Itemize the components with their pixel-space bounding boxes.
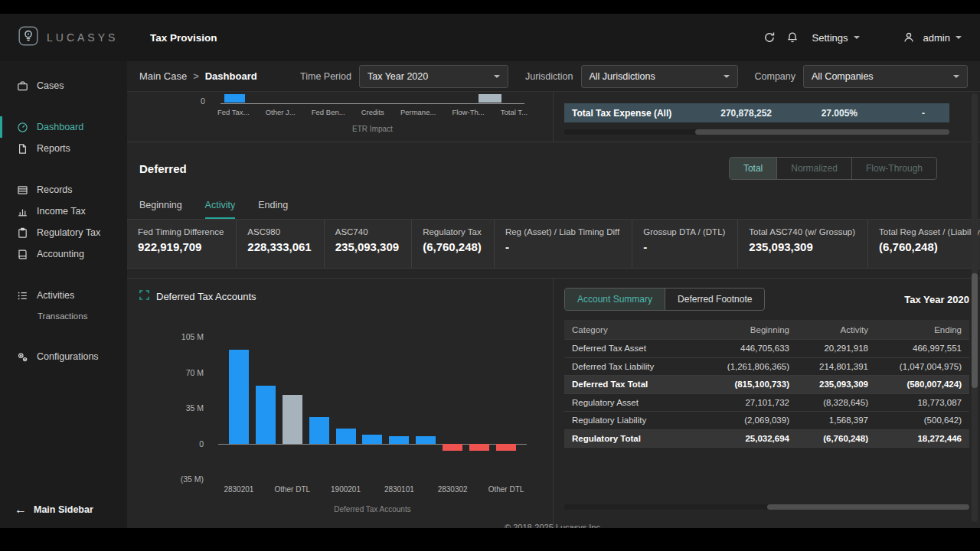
vertical-scrollbar[interactable] bbox=[972, 93, 978, 522]
toggle-account-summary[interactable]: Account Summary bbox=[565, 289, 665, 310]
chart-caption: Deferred Tax Accounts bbox=[222, 505, 523, 514]
etr-x-tick: Credits bbox=[361, 108, 384, 116]
copyright-footer: © 2018-2025 Lucasys Inc. bbox=[127, 523, 980, 528]
cell-value: 18,773,087 bbox=[868, 398, 962, 407]
chart-bar bbox=[416, 436, 436, 443]
scrollbar-thumb[interactable] bbox=[972, 273, 978, 388]
sidebar-item-regulatory-tax[interactable]: Regulatory Tax bbox=[0, 222, 127, 243]
cell-value: 1,568,397 bbox=[789, 416, 868, 425]
etr-zero-tick: 0 bbox=[201, 96, 205, 106]
sidebar-item-label: Records bbox=[37, 184, 73, 195]
header-ending: Ending bbox=[868, 325, 962, 334]
deferred-stats: Fed Timing Difference922,919,709ASC98022… bbox=[127, 220, 980, 269]
sidebar-item-configurations[interactable]: Configurations bbox=[0, 346, 127, 367]
stat-label: ASC980 bbox=[247, 227, 311, 236]
time-period-select[interactable]: Tax Year 2020 bbox=[359, 65, 508, 88]
summary-toolbar: Account Summary Deferred Footnote Tax Ye… bbox=[564, 288, 969, 311]
breadcrumb-main-case[interactable]: Main Case bbox=[139, 70, 187, 82]
tab-activity[interactable]: Activity bbox=[205, 200, 236, 219]
etr-x-tick: Flow-Th... bbox=[452, 108, 484, 116]
cell-value: 466,997,551 bbox=[868, 344, 962, 353]
tab-ending[interactable]: Ending bbox=[258, 200, 288, 219]
sidebar-item-reports[interactable]: Reports bbox=[0, 138, 127, 159]
sidebar-item-income-tax[interactable]: Income Tax bbox=[0, 201, 127, 222]
gears-icon bbox=[17, 351, 28, 363]
chart-bar bbox=[256, 386, 276, 444]
jurisdiction-label: Jurisdiction bbox=[525, 71, 573, 82]
sidebar-item-label: Cases bbox=[37, 80, 64, 91]
main-content: Main Case > Dashboard Time Period Tax Ye… bbox=[127, 61, 980, 528]
stat-card: Fed Timing Difference922,919,709 bbox=[127, 220, 237, 268]
sidebar-item-accounting[interactable]: Accounting bbox=[0, 243, 127, 265]
user-menu[interactable]: admin bbox=[900, 28, 962, 47]
refresh-icon[interactable] bbox=[760, 28, 779, 47]
sidebar-item-dashboard[interactable]: Dashboard bbox=[0, 116, 127, 138]
cell-value: 27,101,732 bbox=[701, 398, 789, 407]
bar-chart-icon bbox=[17, 206, 28, 217]
total-tax-expense-amount: 270,878,252 bbox=[680, 108, 772, 119]
lucasys-logo-icon bbox=[18, 26, 38, 49]
company-value: All Companies bbox=[812, 71, 874, 82]
horizontal-scrollbar[interactable] bbox=[564, 504, 969, 510]
top-navbar: LUCASYS Tax Provision Settings bbox=[0, 14, 980, 61]
deferred-header: Deferred Total Normalized Flow-Through bbox=[127, 142, 980, 194]
sidebar-item-label: Activities bbox=[37, 290, 74, 301]
document-icon bbox=[17, 143, 28, 155]
toggle-flow-through[interactable]: Flow-Through bbox=[851, 158, 936, 179]
etr-x-axis bbox=[220, 103, 524, 104]
stat-value: 235,093,309 bbox=[749, 240, 855, 253]
deferred-tabs: Beginning Activity Ending bbox=[127, 194, 980, 220]
user-icon bbox=[900, 28, 918, 47]
tab-beginning[interactable]: Beginning bbox=[139, 200, 182, 219]
horizontal-scrollbar[interactable] bbox=[564, 129, 949, 135]
chart-bar bbox=[362, 435, 382, 444]
toggle-normalized[interactable]: Normalized bbox=[776, 158, 851, 179]
breadcrumb: Main Case > Dashboard bbox=[139, 70, 257, 82]
summary-table-row: Regulatory Total25,032,694(6,760,248)18,… bbox=[564, 430, 969, 448]
etr-x-tick: Fed Tax... bbox=[217, 108, 250, 116]
user-label: admin bbox=[923, 32, 950, 44]
bar-slot: 1900201 bbox=[336, 337, 356, 479]
toggle-total[interactable]: Total bbox=[730, 158, 776, 179]
etr-bar-fragment-gray bbox=[479, 94, 501, 103]
x-tick-label: Other DTL bbox=[488, 485, 524, 494]
summary-table-row: Regulatory Asset27,101,732(8,328,645)18,… bbox=[564, 394, 969, 412]
main-sidebar-toggle[interactable]: ← Main Sidebar bbox=[0, 504, 127, 516]
brand: LUCASYS bbox=[18, 26, 130, 49]
expand-icon[interactable] bbox=[139, 289, 149, 303]
sidebar-item-activities[interactable]: Activities bbox=[0, 285, 127, 306]
etr-x-tick: Other J... bbox=[266, 108, 296, 116]
bottom-panels: Deferred Tax Accounts 105 M 70 M 35 M 0 … bbox=[127, 278, 980, 528]
x-tick-label: 2830101 bbox=[384, 485, 414, 494]
total-tax-expense-col3: - bbox=[858, 108, 942, 119]
sidebar-item-transactions[interactable]: Transactions bbox=[0, 306, 127, 326]
cell-category: Regulatory Asset bbox=[572, 398, 701, 407]
book-icon bbox=[17, 249, 28, 260]
breadcrumb-dashboard: Dashboard bbox=[205, 70, 257, 82]
settings-dropdown[interactable]: Settings bbox=[812, 32, 860, 44]
notifications-bell-icon[interactable] bbox=[783, 28, 802, 47]
jurisdiction-select[interactable]: All Jurisdictions bbox=[581, 65, 738, 88]
list-icon bbox=[17, 290, 28, 302]
stat-card: Total Reg Asset / (Liability)(6,760,248) bbox=[868, 220, 980, 268]
scrollbar-thumb[interactable] bbox=[767, 504, 970, 510]
cell-value: (1,047,004,975) bbox=[868, 362, 962, 371]
y-axis-labels: 105 M 70 M 35 M 0 (35 M) bbox=[127, 337, 213, 479]
etr-x-labels: Fed Tax... Other J... Fed Ben... Credits… bbox=[217, 108, 528, 116]
y-tick-label: (35 M) bbox=[181, 474, 204, 484]
sidebar-item-label: Transactions bbox=[38, 311, 87, 321]
sidebar-item-label: Regulatory Tax bbox=[37, 227, 100, 238]
etr-x-tick: Total T... bbox=[501, 108, 528, 116]
cell-value: 25,032,694 bbox=[701, 434, 789, 443]
table-icon bbox=[17, 184, 28, 196]
company-select[interactable]: All Companies bbox=[803, 65, 968, 88]
toggle-deferred-footnote[interactable]: Deferred Footnote bbox=[665, 289, 764, 310]
total-tax-expense-row[interactable]: Total Tax Expense (All) 270,878,252 27.0… bbox=[564, 103, 949, 122]
scrollbar-thumb[interactable] bbox=[695, 129, 949, 135]
sidebar-item-records[interactable]: Records bbox=[0, 179, 127, 201]
chevron-down-icon bbox=[953, 75, 959, 78]
sidebar-item-label: Configurations bbox=[37, 351, 99, 362]
sidebar-item-cases[interactable]: Cases bbox=[0, 75, 127, 96]
cell-value: 446,705,633 bbox=[701, 344, 789, 353]
summary-table-body: Deferred Tax Asset446,705,63320,291,9184… bbox=[564, 340, 969, 448]
